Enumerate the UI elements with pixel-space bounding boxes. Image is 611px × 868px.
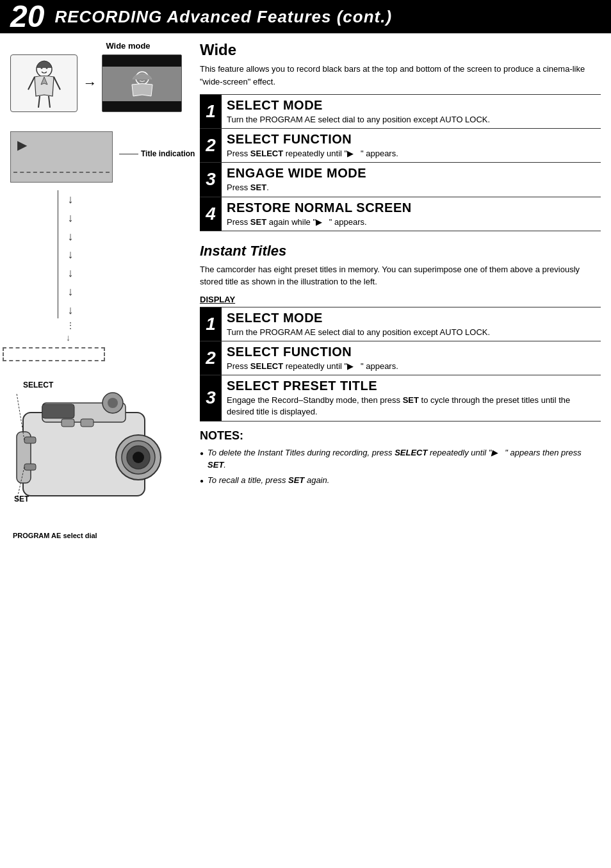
wide-step-4: 4 RESTORE NORMAL SCREEN Press SET again … xyxy=(200,197,601,231)
notes-section: NOTES: To delete the Instant Titles duri… xyxy=(200,429,601,487)
wide-step-1-content: SELECT MODE Turn the PROGRAM AE select d… xyxy=(222,95,601,128)
wide-step-1-number: 1 xyxy=(200,95,222,128)
normal-camera-figure xyxy=(10,54,77,112)
instant-step-3-content: SELECT PRESET TITLE Engage the Record–St… xyxy=(222,375,601,420)
instant-steps: 1 SELECT MODE Turn the PROGRAM AE select… xyxy=(200,307,601,422)
wide-step-1-text: Turn the PROGRAM AE select dial to any p… xyxy=(227,114,596,126)
svg-rect-14 xyxy=(24,437,36,443)
page-header: 20 RECORDING Advanced Features (cont.) xyxy=(0,0,611,33)
instant-step-1: 1 SELECT MODE Turn the PROGRAM AE select… xyxy=(200,307,601,341)
content-area xyxy=(102,67,181,101)
down-arrow-5: ↓ xyxy=(68,264,74,283)
down-arrow-2: ↓ xyxy=(68,209,74,227)
wide-mode-label: Wide mode xyxy=(74,41,182,51)
wide-step-1: 1 SELECT MODE Turn the PROGRAM AE select… xyxy=(200,95,601,129)
note-1-text: To delete the Instant Titles during reco… xyxy=(208,446,601,471)
wide-step-2-heading: SELECT FUNCTION xyxy=(227,131,596,147)
arrow-to-wide: → xyxy=(83,75,97,92)
instant-titles-title: Instant Titles xyxy=(200,243,601,259)
person-icon xyxy=(15,58,73,109)
note-item-2: To recall a title, press SET again. xyxy=(200,474,601,487)
down-arrow-6: ↓ xyxy=(68,283,74,301)
instant-step-2-content: SELECT FUNCTION Press SELECT repeatedly … xyxy=(222,341,601,375)
instant-step-2-number: 2 xyxy=(200,341,222,375)
dashed-line xyxy=(13,172,110,173)
svg-point-17 xyxy=(108,398,118,408)
right-panel: Wide This feature allows you to record b… xyxy=(192,33,611,555)
play-icon: ▶ xyxy=(17,137,27,152)
instant-step-2: 2 SELECT FUNCTION Press SELECT repeatedl… xyxy=(200,341,601,375)
wide-step-1-heading: SELECT MODE xyxy=(227,97,596,113)
instant-step-1-content: SELECT MODE Turn the PROGRAM AE select d… xyxy=(222,307,601,341)
notes-list: To delete the Instant Titles during reco… xyxy=(200,446,601,487)
wide-section: Wide This feature allows you to record b… xyxy=(200,41,601,231)
page-title: RECORDING Advanced Features (cont.) xyxy=(54,7,392,27)
wide-step-3-text: Press SET. xyxy=(227,182,596,193)
wide-step-2: 2 SELECT FUNCTION Press SELECT repeatedl… xyxy=(200,129,601,163)
wide-screen-figure xyxy=(102,54,182,112)
wide-step-2-content: SELECT FUNCTION Press SELECT repeatedly … xyxy=(222,129,601,162)
instant-step-3-text: Engage the Record–Standby mode, then pre… xyxy=(227,395,596,418)
wide-step-3-heading: ENGAGE WIDE MODE xyxy=(227,165,596,181)
wide-step-3-number: 3 xyxy=(200,163,222,196)
instant-step-2-heading: SELECT FUNCTION xyxy=(227,344,596,359)
instant-step-1-text: Turn the PROGRAM AE select dial to any p… xyxy=(227,327,596,338)
title-indication-label: Title indication xyxy=(141,149,195,158)
wide-step-4-number: 4 xyxy=(200,197,222,231)
down-arrow-1: ↓ xyxy=(68,190,74,209)
main-content: Wide mode xyxy=(0,33,611,555)
down-arrow-7: ↓ xyxy=(68,301,74,320)
svg-point-11 xyxy=(133,452,144,463)
wide-step-3: 3 ENGAGE WIDE MODE Press SET. xyxy=(200,163,601,197)
camera-label-program-ae: PROGRAM AE select dial xyxy=(13,532,97,539)
instant-step-3-number: 3 xyxy=(200,375,222,420)
page-title-recording: RECORDING xyxy=(54,7,162,26)
bottom-black-bar xyxy=(102,101,181,112)
camera-svg xyxy=(10,381,182,530)
svg-rect-15 xyxy=(24,464,36,470)
title-indication-section: ▶ Title indication xyxy=(10,131,182,361)
title-box: ▶ xyxy=(10,131,113,183)
wide-section-desc: This feature allows you to record black … xyxy=(200,63,601,88)
wide-steps: 1 SELECT MODE Turn the PROGRAM AE select… xyxy=(200,94,601,231)
down-arrow-4: ↓ xyxy=(68,245,74,264)
wide-mode-images: → xyxy=(10,54,182,112)
wide-step-4-content: RESTORE NORMAL SCREEN Press SET again wh… xyxy=(222,197,601,231)
display-label: DISPLAY xyxy=(200,295,601,304)
camera-illustration xyxy=(10,381,177,528)
note-item-1: To delete the Instant Titles during reco… xyxy=(200,446,601,471)
arrow-sequence: ↓ ↓ ↓ ↓ ↓ ↓ ↓ ⋮↓ xyxy=(58,190,182,361)
camera-label-select: SELECT xyxy=(23,381,53,389)
left-panel: Wide mode xyxy=(0,33,192,555)
wide-person-icon xyxy=(110,69,174,99)
instant-step-1-heading: SELECT MODE xyxy=(227,310,596,325)
top-black-bar xyxy=(102,55,181,67)
dotted-arrow: ⋮↓ xyxy=(66,320,75,345)
wide-step-4-text: Press SET again while "▶ " appears. xyxy=(227,217,596,228)
page-number: 20 xyxy=(10,1,44,32)
instant-titles-section: Instant Titles The camcorder has eight p… xyxy=(200,243,601,486)
notes-title: NOTES: xyxy=(200,429,601,443)
page-title-rest: Advanced Features (cont.) xyxy=(162,7,392,26)
instant-step-2-text: Press SELECT repeatedly until "▶ " appea… xyxy=(227,361,596,372)
wide-step-2-text: Press SELECT repeatedly until "▶ " appea… xyxy=(227,148,596,160)
title-dashed-box xyxy=(3,347,105,361)
camera-diagram: SELECT xyxy=(10,381,182,547)
svg-rect-20 xyxy=(61,419,74,427)
svg-rect-21 xyxy=(81,419,94,427)
down-arrow-3: ↓ xyxy=(68,227,74,246)
wide-step-3-content: ENGAGE WIDE MODE Press SET. xyxy=(222,163,601,196)
instant-step-1-number: 1 xyxy=(200,307,222,341)
instant-step-3-heading: SELECT PRESET TITLE xyxy=(227,378,596,393)
camera-label-set: SET xyxy=(14,495,29,504)
svg-rect-12 xyxy=(42,404,74,418)
instant-step-3: 3 SELECT PRESET TITLE Engage the Record–… xyxy=(200,375,601,421)
instant-titles-desc: The camcorder has eight preset titles in… xyxy=(200,263,601,288)
wide-section-title: Wide xyxy=(200,41,601,59)
note-2-text: To recall a title, press SET again. xyxy=(208,474,329,487)
wide-step-4-heading: RESTORE NORMAL SCREEN xyxy=(227,200,596,215)
wide-step-2-number: 2 xyxy=(200,129,222,162)
